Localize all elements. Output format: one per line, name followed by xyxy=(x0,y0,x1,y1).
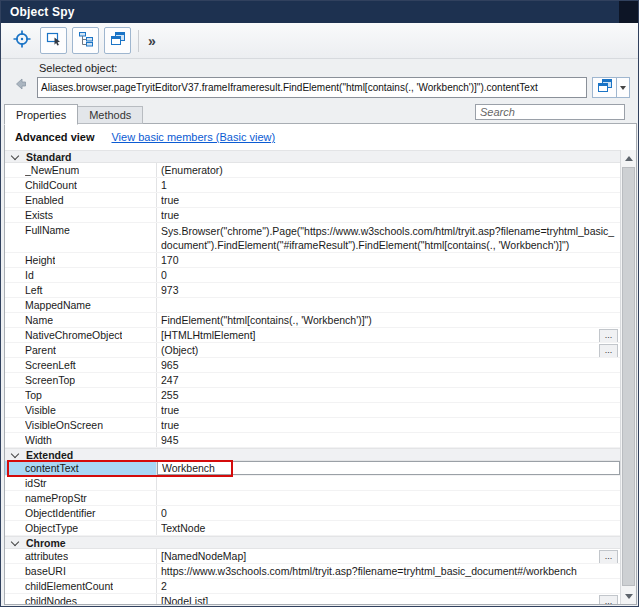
selected-object-input[interactable] xyxy=(37,77,587,98)
scroll-up-button[interactable] xyxy=(621,150,636,166)
target-button[interactable] xyxy=(8,27,35,54)
property-value: 1 xyxy=(161,179,620,191)
property-value-cell[interactable]: 945 xyxy=(157,433,620,447)
property-name-cell[interactable]: MappedName xyxy=(5,298,157,312)
vertical-scrollbar[interactable] xyxy=(620,150,636,604)
property-name-cell[interactable]: ChildCount xyxy=(5,178,157,192)
property-name-cell[interactable]: FullName xyxy=(5,223,157,252)
property-name-cell[interactable]: _NewEnum xyxy=(5,163,157,177)
property-value-cell[interactable]: TextNode xyxy=(157,521,620,535)
property-name: Parent xyxy=(25,344,56,356)
basic-view-link[interactable]: View basic members (Basic view) xyxy=(111,131,275,143)
property-row: Existstrue xyxy=(5,208,620,223)
property-name-cell[interactable]: attributes xyxy=(5,549,157,563)
property-name-cell[interactable]: ObjectType xyxy=(5,521,157,535)
property-value: true xyxy=(161,404,620,416)
property-row: contentTextWorkbench xyxy=(5,461,620,476)
property-value-cell[interactable]: [NamedNodeMap]... xyxy=(157,549,620,563)
property-name: NativeChromeObject xyxy=(25,329,122,341)
property-value-cell[interactable] xyxy=(157,298,620,312)
back-button[interactable] xyxy=(8,73,32,97)
property-name-cell[interactable]: contentText xyxy=(5,461,157,475)
property-name-cell[interactable]: Height xyxy=(5,253,157,267)
view-mode-label: Advanced view xyxy=(15,131,94,143)
titlebar-corner-button[interactable] xyxy=(619,1,638,23)
tab-methods[interactable]: Methods xyxy=(78,106,143,124)
property-name-cell[interactable]: Id xyxy=(5,268,157,282)
property-value-cell[interactable]: 0 xyxy=(157,506,620,520)
property-value-cell[interactable]: https://www.w3schools.com/html/tryit.asp… xyxy=(157,564,620,578)
cascade-windows-icon xyxy=(110,31,126,50)
property-name-cell[interactable]: ScreenTop xyxy=(5,373,157,387)
property-value-cell[interactable]: 247 xyxy=(157,373,620,387)
copy-button[interactable] xyxy=(592,77,617,98)
group-header-standard[interactable]: Standard xyxy=(5,150,620,163)
property-value-cell[interactable]: 170 xyxy=(157,253,620,267)
property-name-cell[interactable]: idStr xyxy=(5,476,157,490)
property-value-cell[interactable]: [HTMLHtmlElement]... xyxy=(157,328,620,342)
property-name: Top xyxy=(25,389,42,401)
property-row: childNodes[NodeList]... xyxy=(5,594,620,604)
copy-dropdown-button[interactable] xyxy=(617,77,630,98)
property-name-cell[interactable]: NativeChromeObject xyxy=(5,328,157,342)
group-header-extended[interactable]: Extended xyxy=(5,448,620,461)
property-name-cell[interactable]: Enabled xyxy=(5,193,157,207)
property-value-cell[interactable]: 255 xyxy=(157,388,620,402)
property-name-cell[interactable]: Parent xyxy=(5,343,157,357)
property-value-cell[interactable] xyxy=(157,476,620,490)
property-value: TextNode xyxy=(161,522,620,534)
property-value-cell[interactable]: Sys.Browser("chrome").Page("https://www.… xyxy=(157,223,620,252)
property-name-cell[interactable]: Exists xyxy=(5,208,157,222)
pick-object-button[interactable] xyxy=(40,27,67,54)
property-value-cell[interactable]: 2 xyxy=(157,579,620,593)
property-name-cell[interactable]: childNodes xyxy=(5,594,157,604)
property-value-cell[interactable]: 965 xyxy=(157,358,620,372)
collapse-icon xyxy=(11,449,19,457)
property-value-cell[interactable]: (Enumerator) xyxy=(157,163,620,177)
property-value: (Object) xyxy=(161,344,597,356)
property-value-cell[interactable]: true xyxy=(157,403,620,417)
titlebar[interactable]: Object Spy xyxy=(1,1,638,23)
property-name-cell[interactable]: Name xyxy=(5,313,157,327)
property-value-cell[interactable]: true xyxy=(157,193,620,207)
object-tree-button[interactable] xyxy=(72,27,99,54)
property-name-cell[interactable]: childElementCount xyxy=(5,579,157,593)
toolbar-overflow-button[interactable]: » xyxy=(144,33,160,49)
property-value-cell[interactable]: (Object)... xyxy=(157,343,620,357)
property-row: NativeChromeObject[HTMLHtmlElement]... xyxy=(5,328,620,343)
cascade-windows-button[interactable] xyxy=(104,27,131,54)
property-name: idStr xyxy=(25,477,47,489)
search-input[interactable] xyxy=(475,104,625,120)
arrow-left-icon xyxy=(12,76,28,95)
property-name-cell[interactable]: baseURI xyxy=(5,564,157,578)
property-value-cell[interactable]: true xyxy=(157,418,620,432)
properties-panel: Advanced view View basic members (Basic … xyxy=(4,123,637,605)
property-name-cell[interactable]: ScreenLeft xyxy=(5,358,157,372)
ellipsis-button[interactable]: ... xyxy=(599,344,618,358)
property-name-cell[interactable]: Left xyxy=(5,283,157,297)
property-name-cell[interactable]: namePropStr xyxy=(5,491,157,505)
window-title: Object Spy xyxy=(10,5,75,19)
property-value-cell[interactable]: 0 xyxy=(157,268,620,282)
property-value-cell[interactable]: Workbench xyxy=(157,461,620,475)
ellipsis-button[interactable]: ... xyxy=(599,595,618,605)
ellipsis-button[interactable]: ... xyxy=(599,550,618,564)
property-value-cell[interactable]: FindElement("html[contains(., 'Workbench… xyxy=(157,313,620,327)
scrollbar-thumb[interactable] xyxy=(622,167,635,586)
property-name: namePropStr xyxy=(25,492,87,504)
property-name-cell[interactable]: VisibleOnScreen xyxy=(5,418,157,432)
scroll-down-button[interactable] xyxy=(621,588,636,604)
property-name-cell[interactable]: ObjectIdentifier xyxy=(5,506,157,520)
property-value-cell[interactable]: [NodeList]... xyxy=(157,594,620,604)
property-name-cell[interactable]: Top xyxy=(5,388,157,402)
property-value-cell[interactable] xyxy=(157,491,620,505)
ellipsis-button[interactable]: ... xyxy=(599,329,618,343)
tab-properties[interactable]: Properties xyxy=(4,104,78,125)
property-value-cell[interactable]: true xyxy=(157,208,620,222)
property-value-cell[interactable]: 1 xyxy=(157,178,620,192)
group-header-chrome[interactable]: Chrome xyxy=(5,536,620,549)
property-name-cell[interactable]: Width xyxy=(5,433,157,447)
property-name-cell[interactable]: Visible xyxy=(5,403,157,417)
property-value-cell[interactable]: 973 xyxy=(157,283,620,297)
property-value: Sys.Browser("chrome").Page("https://www.… xyxy=(161,223,620,252)
